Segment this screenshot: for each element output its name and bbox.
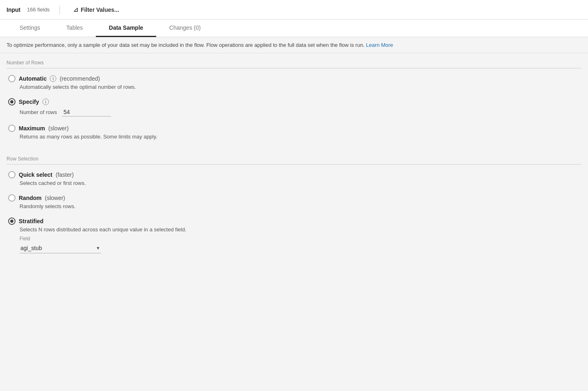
radio-random[interactable]	[8, 194, 15, 202]
option-maximum-row: Maximum (slower)	[8, 125, 581, 132]
number-of-rows-divider	[7, 68, 581, 68]
option-maximum: Maximum (slower) Returns as many rows as…	[7, 125, 581, 140]
automatic-recommended: (recommended)	[60, 75, 100, 82]
random-label: Random	[19, 195, 42, 201]
row-selection-divider	[7, 164, 581, 165]
radio-specify[interactable]	[8, 98, 15, 105]
automatic-description: Automatically selects the optimal number…	[20, 84, 581, 90]
tab-settings[interactable]: Settings	[7, 20, 53, 37]
option-automatic-row: Automatic i (recommended)	[8, 75, 581, 82]
option-random-row: Random (slower)	[8, 194, 581, 202]
option-random: Random (slower) Randomly selects rows.	[7, 194, 581, 209]
radio-stratified[interactable]	[8, 217, 15, 225]
automatic-info-icon: i	[50, 75, 56, 82]
specify-info-icon: i	[42, 99, 49, 105]
automatic-label: Automatic	[19, 75, 46, 82]
filter-values-button[interactable]: ⊿ Filter Values...	[70, 4, 122, 15]
info-bar: To optimize performance, only a sample o…	[0, 37, 588, 53]
filter-values-label: Filter Values...	[81, 7, 119, 13]
option-specify-row: Specify i	[8, 98, 581, 105]
maximum-description: Returns as many rows as possible. Some l…	[20, 134, 581, 140]
option-specify: Specify i Number of rows	[7, 98, 581, 116]
radio-automatic[interactable]	[8, 75, 15, 82]
stratified-description: Selects N rows distributed across each u…	[20, 226, 581, 233]
tab-data-sample[interactable]: Data Sample	[96, 20, 156, 37]
number-of-rows-section-label: Number of Rows	[7, 53, 581, 68]
option-automatic: Automatic i (recommended) Automatically …	[7, 75, 581, 90]
field-dropdown[interactable]: agi_stub ▼	[20, 243, 101, 253]
tab-tables[interactable]: Tables	[53, 20, 96, 37]
specify-label: Specify	[19, 99, 39, 105]
field-label: Field	[20, 236, 581, 242]
top-bar: Input 166 fields ⊿ Filter Values...	[0, 0, 588, 20]
top-bar-divider	[60, 5, 60, 14]
stratified-label: Stratified	[19, 218, 44, 224]
input-label: Input	[7, 7, 20, 13]
option-quick-select: Quick select (faster) Selects cached or …	[7, 171, 581, 186]
learn-more-link[interactable]: Learn More	[366, 42, 393, 48]
radio-quick-select[interactable]	[8, 171, 15, 178]
specify-sub-row: Number of rows	[20, 108, 581, 116]
quick-select-label: Quick select	[19, 171, 53, 178]
fields-count: 166 fields	[27, 7, 50, 13]
number-of-rows-label: Number of rows	[20, 109, 57, 115]
option-stratified-row: Stratified	[8, 217, 581, 225]
filter-icon: ⊿	[73, 6, 78, 13]
quick-select-faster: (faster)	[56, 171, 74, 178]
number-of-rows-input[interactable]	[62, 108, 111, 116]
row-selection-section-label: Row Selection	[7, 149, 581, 164]
option-quick-select-row: Quick select (faster)	[8, 171, 581, 178]
tabs-bar: Settings Tables Data Sample Changes (0)	[0, 20, 588, 37]
random-slower: (slower)	[45, 195, 65, 201]
info-text: To optimize performance, only a sample o…	[7, 42, 365, 48]
field-value: agi_stub	[20, 245, 42, 251]
random-description: Randomly selects rows.	[20, 203, 581, 209]
main-content: Number of Rows Automatic i (recommended)…	[0, 53, 588, 275]
maximum-label: Maximum	[19, 125, 45, 132]
quick-select-description: Selects cached or first rows.	[20, 180, 581, 186]
tab-changes[interactable]: Changes (0)	[156, 20, 214, 37]
radio-maximum[interactable]	[8, 125, 15, 132]
dropdown-arrow-icon: ▼	[96, 246, 100, 250]
option-stratified: Stratified Selects N rows distributed ac…	[7, 217, 581, 253]
maximum-slower: (slower)	[49, 125, 69, 132]
